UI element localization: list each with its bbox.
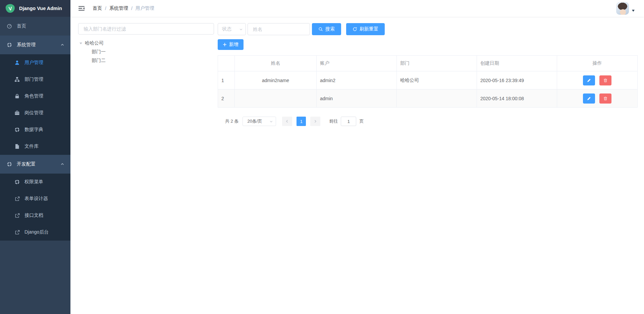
sidebar-item-label: 表单设计器 [24, 196, 48, 202]
app-window: V Django Vue Admin 首页 系统管理 [0, 0, 644, 314]
sidebar-item-label: 首页 [17, 23, 26, 29]
department-panel: 哈哈公司 部门一 部门二 [78, 23, 214, 65]
sidebar-item-home[interactable]: 首页 [0, 17, 70, 36]
sidebar-section-system[interactable]: 系统管理 [0, 36, 70, 54]
tree-node-company[interactable]: 哈哈公司 [78, 39, 214, 48]
trash-icon [603, 97, 607, 101]
col-header-name: 姓名 [235, 56, 317, 71]
cell-dept: 哈哈公司 [397, 71, 477, 89]
add-user-button[interactable]: 新增 [218, 39, 244, 50]
sidebar-item-posts[interactable]: 岗位管理 [0, 105, 70, 121]
document-icon [14, 144, 20, 149]
breadcrumb-separator: / [105, 6, 106, 11]
sidebar-toggle-button[interactable] [75, 3, 88, 14]
edit-button[interactable] [583, 93, 595, 104]
goto-page-input[interactable] [341, 117, 356, 126]
hamburger-icon [78, 5, 85, 12]
cell-index: 1 [218, 71, 235, 89]
cell-index: 2 [218, 89, 235, 108]
sidebar-item-files[interactable]: 文件库 [0, 138, 70, 155]
sidebar-menu: 首页 系统管理 用户管理 [0, 17, 70, 314]
wheel-icon [14, 179, 20, 185]
pagination: 共 2 条 20条/页 1 前往 [225, 117, 637, 126]
breadcrumb-current: 用户管理 [136, 5, 154, 11]
external-link-icon [14, 230, 20, 235]
table-row: 2 admin 2020-05-14 18:00:08 [218, 89, 638, 108]
chevron-up-icon [60, 43, 64, 47]
sidebar-section-label: 开发配置 [17, 161, 36, 167]
sidebar-item-label: Django后台 [24, 229, 49, 235]
prev-page-button[interactable] [282, 117, 292, 126]
sidebar-item-form-designer[interactable]: 表单设计器 [0, 190, 70, 207]
filter-row: 状态 搜索 [218, 23, 637, 35]
tree-node-label: 部门二 [92, 58, 106, 64]
sidebar-item-dictionary[interactable]: 数据字典 [0, 121, 70, 138]
cell-dept [397, 89, 477, 108]
sidebar-section-dev[interactable]: 开发配置 [0, 155, 70, 174]
col-header-account: 账户 [317, 56, 397, 71]
department-filter-input[interactable] [78, 23, 214, 35]
tree-expand-icon[interactable] [79, 43, 82, 44]
edit-pen-icon [587, 78, 591, 82]
trash-icon [603, 78, 607, 82]
navbar-right [616, 2, 639, 15]
cell-created: 2020-05-16 23:39:49 [477, 71, 557, 89]
cell-account: admin2 [317, 71, 397, 89]
delete-button[interactable] [599, 93, 611, 104]
sidebar-item-api-docs[interactable]: 接口文档 [0, 207, 70, 224]
sidebar-item-label: 岗位管理 [24, 110, 43, 116]
name-search-input[interactable] [248, 23, 310, 35]
sidebar-section-label: 系统管理 [17, 42, 36, 48]
next-page-button[interactable] [310, 117, 320, 126]
col-header-index [218, 56, 235, 71]
cell-name [235, 89, 317, 108]
refresh-reset-button[interactable]: 刷新重置 [346, 23, 385, 35]
cell-account: admin [317, 89, 397, 108]
chevron-left-icon [285, 119, 289, 123]
external-link-icon [14, 213, 20, 218]
search-icon [318, 27, 323, 32]
sidebar-item-permission-menu[interactable]: 权限菜单 [0, 174, 70, 190]
goto-label: 前往 [329, 118, 338, 124]
wheel-icon [7, 42, 12, 48]
navbar: 首页 / 系统管理 / 用户管理 [70, 0, 644, 17]
app-logo[interactable]: V Django Vue Admin [0, 0, 70, 17]
chevron-up-icon [60, 162, 64, 166]
breadcrumb-home[interactable]: 首页 [93, 5, 102, 11]
sidebar-item-departments[interactable]: 部门管理 [0, 71, 70, 88]
status-select[interactable]: 状态 [218, 23, 246, 35]
external-link-icon [14, 196, 20, 201]
sidebar-item-django-admin[interactable]: Django后台 [0, 224, 70, 241]
sidebar-item-users[interactable]: 用户管理 [0, 54, 70, 71]
avatar[interactable] [616, 2, 629, 15]
caret-down-icon[interactable] [632, 10, 635, 12]
sidebar-item-label: 角色管理 [24, 93, 43, 99]
chevron-down-icon [269, 120, 273, 123]
sidebar-item-label: 部门管理 [24, 76, 43, 82]
sidebar: V Django Vue Admin 首页 系统管理 [0, 0, 70, 314]
breadcrumb: 首页 / 系统管理 / 用户管理 [93, 5, 154, 11]
vue-logo-icon: V [5, 4, 15, 13]
sidebar-item-roles[interactable]: 角色管理 [0, 88, 70, 105]
search-button[interactable]: 搜索 [312, 23, 341, 35]
page-number-button[interactable]: 1 [297, 117, 306, 126]
plus-icon [223, 43, 227, 47]
col-header-dept: 部门 [397, 56, 477, 71]
main-area: 首页 / 系统管理 / 用户管理 哈哈公司 [70, 0, 644, 314]
submenu-system: 用户管理 部门管理 角色管理 [0, 54, 70, 155]
delete-button[interactable] [599, 75, 611, 85]
col-header-created: 创建日期 [477, 56, 557, 71]
breadcrumb-system[interactable]: 系统管理 [109, 5, 128, 11]
refresh-icon [353, 27, 357, 32]
cell-actions [557, 71, 638, 89]
edit-button[interactable] [583, 75, 595, 85]
user-icon [14, 60, 20, 65]
tree-node-dept1[interactable]: 部门一 [78, 48, 214, 56]
wheel-icon [14, 127, 20, 132]
sidebar-item-label: 数据字典 [24, 127, 43, 133]
department-tree: 哈哈公司 部门一 部门二 [78, 39, 214, 65]
tree-node-dept2[interactable]: 部门二 [78, 56, 214, 65]
cell-name: admin2name [235, 71, 317, 89]
page-size-select[interactable]: 20条/页 [243, 117, 276, 126]
wheel-icon [7, 162, 12, 167]
